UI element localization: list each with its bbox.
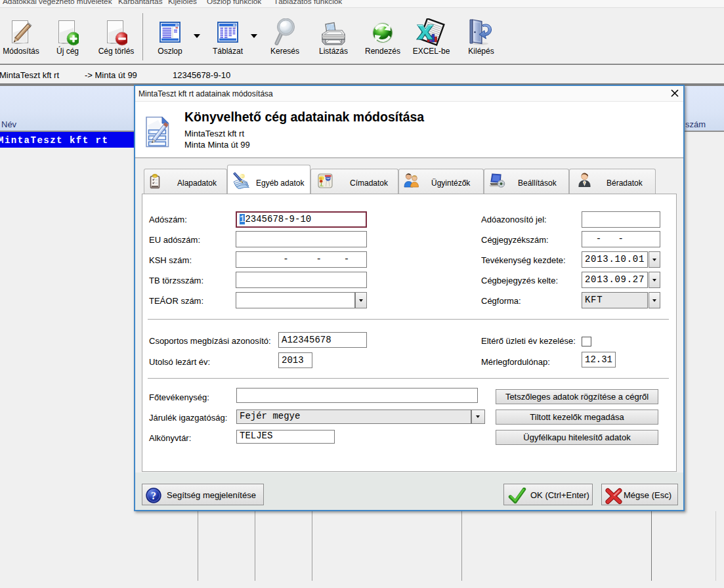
svg-text:?: ? [151, 490, 156, 501]
